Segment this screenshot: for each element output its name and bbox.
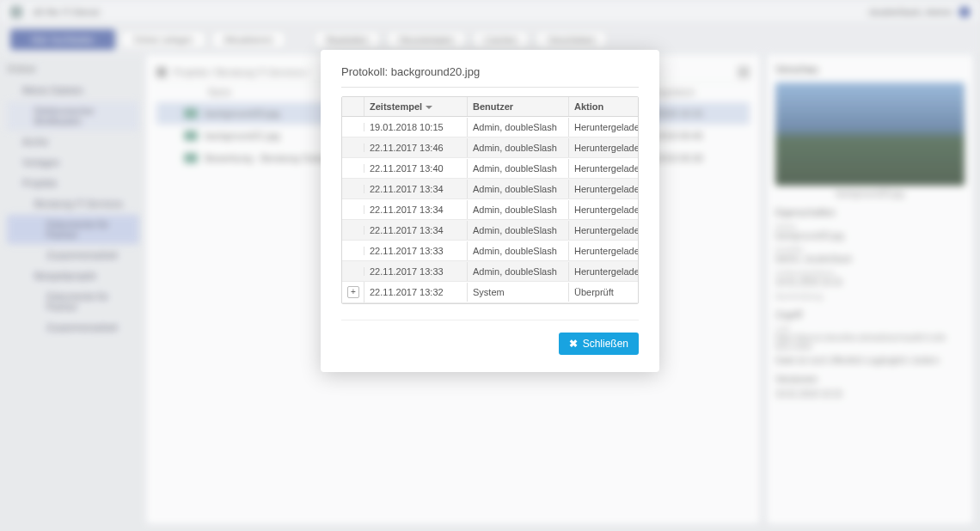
column-user[interactable]: Benutzer [468, 97, 569, 116]
cell-action: Heruntergeladen [569, 159, 638, 178]
table-row[interactable]: 22.11.2017 13:33Admin, doubleSlashHerunt… [342, 241, 638, 261]
cell-action: Heruntergeladen [569, 118, 638, 137]
cell-action: Heruntergeladen [569, 138, 638, 157]
close-button[interactable]: ✖ Schließen [559, 333, 639, 355]
cell-timestamp: 22.11.2017 13:34 [364, 221, 468, 240]
cell-user: Admin, doubleSlash [468, 241, 569, 260]
cell-action: Heruntergeladen [569, 241, 638, 260]
cell-user: Admin, doubleSlash [468, 221, 569, 240]
cell-timestamp: 19.01.2018 10:15 [364, 118, 468, 137]
sort-desc-icon [426, 106, 432, 109]
cell-user: System [468, 283, 569, 302]
modal-overlay: Protokoll: background20.jpg Zeitstempel … [0, 0, 980, 531]
cell-timestamp: 22.11.2017 13:46 [364, 138, 468, 157]
table-row[interactable]: 19.01.2018 10:15Admin, doubleSlashHerunt… [342, 117, 638, 137]
close-button-label: Schließen [583, 338, 628, 350]
cell-user: Admin, doubleSlash [468, 180, 569, 198]
table-row[interactable]: 22.11.2017 13:34Admin, doubleSlashHerunt… [342, 220, 638, 241]
table-header: Zeitstempel Benutzer Aktion [342, 97, 638, 117]
table-row[interactable]: 22.11.2017 13:34Admin, doubleSlashHerunt… [342, 179, 638, 199]
cell-timestamp: 22.11.2017 13:32 [364, 283, 468, 302]
expand-row-button[interactable]: + [347, 286, 359, 298]
table-body[interactable]: 19.01.2018 10:15Admin, doubleSlashHerunt… [342, 117, 638, 303]
cell-action: Heruntergeladen [569, 200, 638, 219]
table-row[interactable]: 22.11.2017 13:33Admin, doubleSlashHerunt… [342, 261, 638, 282]
table-row[interactable]: 22.11.2017 13:34Admin, doubleSlashHerunt… [342, 199, 638, 220]
cell-user: Admin, doubleSlash [468, 200, 569, 219]
column-timestamp[interactable]: Zeitstempel [364, 97, 468, 116]
cell-action: Heruntergeladen [569, 262, 638, 281]
cell-user: Admin, doubleSlash [468, 118, 569, 137]
cell-timestamp: 22.11.2017 13:33 [364, 241, 468, 260]
close-icon: ✖ [569, 338, 578, 350]
table-row[interactable]: 22.11.2017 13:40Admin, doubleSlashHerunt… [342, 158, 638, 179]
table-row[interactable]: +22.11.2017 13:32SystemÜberprüft [342, 282, 638, 303]
cell-action: Heruntergeladen [569, 180, 638, 198]
cell-action: Heruntergeladen [569, 221, 638, 240]
modal-title: Protokoll: background20.jpg [341, 65, 639, 88]
cell-user: Admin, doubleSlash [468, 262, 569, 281]
cell-timestamp: 22.11.2017 13:34 [364, 180, 468, 198]
protocol-modal: Protokoll: background20.jpg Zeitstempel … [321, 50, 659, 372]
table-row[interactable]: 22.11.2017 13:46Admin, doubleSlashHerunt… [342, 137, 638, 158]
cell-timestamp: 22.11.2017 13:33 [364, 262, 468, 281]
cell-action: Überprüft [569, 283, 638, 302]
cell-user: Admin, doubleSlash [468, 138, 569, 157]
cell-timestamp: 22.11.2017 13:34 [364, 200, 468, 219]
cell-user: Admin, doubleSlash [468, 159, 569, 178]
cell-timestamp: 22.11.2017 13:40 [364, 159, 468, 178]
protocol-table: Zeitstempel Benutzer Aktion 19.01.2018 1… [341, 96, 639, 304]
column-expand [342, 97, 364, 116]
column-action[interactable]: Aktion [569, 97, 638, 116]
